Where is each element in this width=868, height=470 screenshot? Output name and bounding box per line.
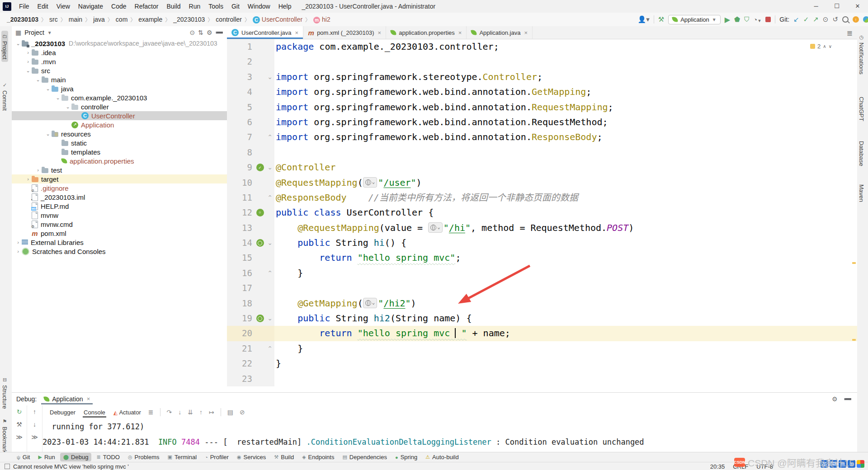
tab-actuator[interactable]: ◭ Actuator — [113, 407, 142, 418]
toolbar-run[interactable]: ▶Run — [35, 453, 58, 461]
tree-row-mvnw[interactable]: mvnw — [12, 211, 227, 220]
tree-row-external libraries[interactable]: ›External Libraries — [12, 238, 227, 247]
wrench-icon[interactable]: ⚒ — [16, 421, 22, 428]
file-encoding[interactable]: UTF-8 — [756, 463, 773, 470]
code-line-4[interactable]: 4import org.springframework.web.bind.ann… — [227, 85, 857, 99]
tree-row-controller[interactable]: ⌄controller — [12, 102, 227, 111]
tree-row-_20230103[interactable]: ⌄_20230103D:\workspace\workspace_javaee\… — [12, 39, 227, 48]
up-stack-icon[interactable]: ↑ — [33, 408, 36, 415]
fold-marker[interactable]: ⌄ — [265, 70, 274, 85]
debug-minimize-icon[interactable]: ➖ — [844, 395, 852, 403]
menu-item-navigate[interactable]: Navigate — [74, 0, 107, 13]
git-commit-icon[interactable]: ✓ — [803, 15, 809, 24]
close-icon[interactable]: × — [524, 29, 528, 36]
scrollbar-warning-mark[interactable] — [852, 339, 856, 341]
tree-row-main[interactable]: ⌄main — [12, 75, 227, 84]
toolbar-problems[interactable]: ◎Problems — [125, 453, 163, 461]
rerun-icon[interactable]: ↻ — [17, 408, 22, 415]
menu-item-code[interactable]: Code — [107, 0, 130, 13]
breadcrumb-item-usercontroller[interactable]: C UserController — [251, 15, 304, 24]
panel-settings-icon[interactable]: ⚙ — [207, 29, 212, 36]
code-line-20[interactable]: 20 return "hello spring mvc " + name; — [227, 326, 857, 341]
stripe-project[interactable]: 🗀 Project — [1, 31, 8, 62]
close-icon[interactable]: × — [458, 29, 462, 36]
stripe-commit[interactable]: ✓ Commit — [1, 80, 8, 113]
user-dropdown-icon[interactable]: 👤▾ — [638, 15, 650, 24]
collapse-all-icon[interactable]: ⇅ — [198, 29, 203, 36]
git-history-icon[interactable]: ⊙ — [823, 15, 829, 24]
stripe-database[interactable]: Database — [858, 138, 865, 169]
menu-item-window[interactable]: Window — [244, 0, 274, 13]
tree-row-application[interactable]: ↗Application — [12, 120, 227, 129]
line-separator[interactable]: CRLF — [733, 463, 748, 470]
stripe-maven[interactable]: Maven — [858, 182, 865, 205]
menu-item-run[interactable]: Run — [185, 0, 205, 13]
toolbar-auto-build[interactable]: ⚠Auto-build — [422, 453, 462, 461]
breadcrumb-item-_20230103[interactable]: _20230103 — [172, 15, 206, 24]
tree-row-target[interactable]: ›target — [12, 174, 227, 183]
close-icon[interactable]: × — [378, 29, 382, 36]
menu-item-view[interactable]: View — [52, 0, 74, 13]
run-config-combo[interactable]: Application ▼ — [668, 15, 721, 24]
stripe-notifications[interactable]: ◷ Notifications — [858, 32, 865, 77]
url-inlay-chip[interactable]: ⌄ — [363, 298, 377, 308]
view-breakpoints-icon[interactable]: ▤ — [227, 409, 233, 416]
close-icon[interactable]: × — [295, 29, 299, 36]
layout-icon[interactable]: ≣ — [148, 409, 154, 416]
force-step-into-icon[interactable]: ⇊ — [188, 409, 193, 416]
prev-warning-icon[interactable]: ∧ — [823, 44, 826, 49]
tree-row-.idea[interactable]: ›.idea — [12, 48, 227, 57]
inspections-widget[interactable]: 2 ∧ ∨ — [810, 43, 832, 50]
minimize-button[interactable]: ─ — [806, 0, 826, 13]
code-line-5[interactable]: 5import org.springframework.web.bind.ann… — [227, 100, 857, 115]
stripe-chatgpt[interactable]: ChatGPT — [858, 94, 865, 124]
menu-item-git[interactable]: Git — [227, 0, 244, 13]
toolbar-spring[interactable]: ●Spring — [392, 453, 420, 461]
code-editor[interactable]: 2 ∧ ∨ 1package com.example._20230103.con… — [227, 39, 857, 392]
toolbar-services[interactable]: ◉Services — [234, 453, 269, 461]
tree-row-.gitignore[interactable]: ⊘.gitignore — [12, 183, 227, 193]
tree-chevron-icon[interactable]: ⌄ — [64, 104, 71, 110]
more-icon[interactable]: ≫ — [16, 433, 23, 441]
fold-marker[interactable]: ⌄ — [265, 160, 274, 175]
tree-row-templates[interactable]: templates — [12, 147, 227, 156]
close-button[interactable]: ✕ — [847, 0, 868, 13]
editor-tab-usercontroller.java[interactable]: CUserController.java× — [227, 26, 303, 39]
breadcrumb-item-example[interactable]: example — [137, 15, 164, 24]
search-everywhere-icon[interactable] — [842, 16, 849, 23]
chevron-down-icon[interactable]: ▼ — [47, 30, 52, 35]
fold-marker[interactable]: ⌃ — [265, 130, 274, 145]
build-hammer-icon[interactable]: ⚒ — [658, 15, 664, 24]
toolbar-profiler[interactable]: ◔Profiler — [202, 453, 232, 461]
toolbar-debug[interactable]: ⬤Debug — [60, 453, 92, 461]
next-warning-icon[interactable]: ∨ — [829, 44, 832, 49]
coverage-button[interactable]: ⛉ — [744, 15, 749, 24]
editor-tab-pom.xml[interactable]: mpom.xml (_20230103)× — [303, 26, 386, 39]
menu-item-file[interactable]: File — [15, 0, 33, 13]
tree-row-static[interactable]: static — [12, 138, 227, 147]
tree-chevron-icon[interactable]: ⌄ — [44, 86, 52, 92]
tree-chevron-icon[interactable]: › — [24, 50, 32, 55]
ime-icon[interactable]: 英 — [821, 460, 828, 468]
menu-item-refactor[interactable]: Refactor — [131, 0, 163, 13]
tree-row-pom.xml[interactable]: mpom.xml — [12, 229, 227, 238]
breadcrumb-item-hi2[interactable]: m hi2 — [312, 15, 332, 24]
code-line-13[interactable]: 13 @RequestMapping(value = ⌄"/hi", metho… — [227, 221, 857, 235]
hide-panel-icon[interactable]: ➖ — [216, 29, 223, 36]
tab-console[interactable]: Console — [83, 407, 106, 418]
breadcrumb-item-java[interactable]: java — [92, 15, 106, 24]
breadcrumb-item-controller[interactable]: controller — [214, 15, 243, 24]
fold-marker[interactable]: ⌃ — [265, 190, 274, 205]
code-line-9[interactable]: 9⌄@Controller — [227, 160, 857, 175]
code-line-8[interactable]: 8 — [227, 145, 857, 160]
down-stack-icon[interactable]: ↓ — [33, 421, 36, 428]
code-line-6[interactable]: 6import org.springframework.web.bind.ann… — [227, 115, 857, 130]
run-button[interactable]: ▶ — [725, 15, 730, 24]
editor-tab-application.java[interactable]: Application.java× — [467, 26, 533, 39]
toolbar-terminal[interactable]: ▣Terminal — [165, 453, 200, 461]
url-inlay-chip[interactable]: ⌄ — [428, 222, 443, 233]
close-icon[interactable]: × — [87, 395, 90, 402]
more-icon[interactable]: ≫ — [31, 433, 38, 441]
ime-icon[interactable]: ⊞ — [848, 460, 855, 468]
menu-item-tools[interactable]: Tools — [204, 0, 227, 13]
